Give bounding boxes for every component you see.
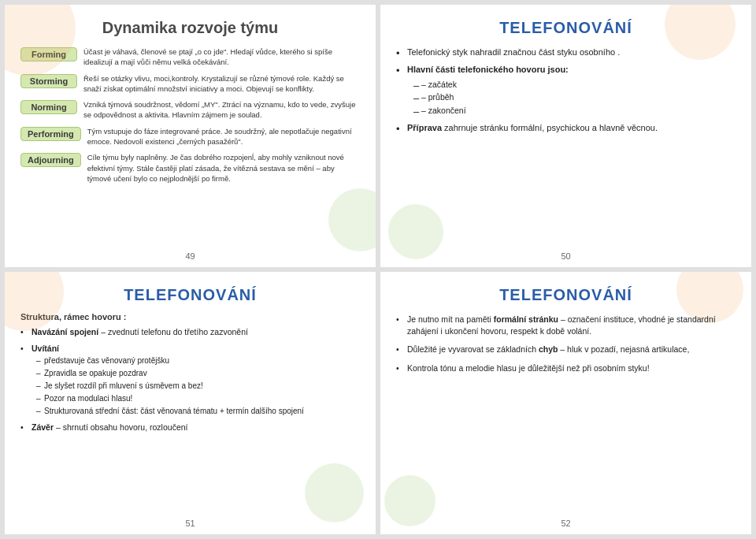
slide-2-sub-2: – průběh	[413, 91, 736, 103]
slide-2-bullet-3-bold: Příprava	[407, 123, 442, 132]
slide-3-bullet-3: Závěr – shrnutí obsahu hovoru, rozloučen…	[20, 422, 360, 433]
s3-sub-4: Pozor na modulaci hlasu!	[36, 393, 360, 404]
stage-forming: Forming Účast je váhavá, členové se ptaj…	[20, 46, 360, 68]
s4-formal: formální stránku	[494, 314, 558, 324]
stage-performing-label: Performing	[20, 127, 81, 141]
slide-2-title: TELEFONOVÁNÍ	[396, 19, 736, 37]
slide-4-bullet-2: Důležité je vyvarovat se základních chyb…	[396, 344, 736, 355]
s3-uvitani-bold: Uvítání	[32, 344, 59, 353]
page-number-49: 49	[185, 251, 195, 261]
slide-4-bullet-1: Je nutno mít na paměti formální stránku …	[396, 314, 736, 337]
s3-sub-1: představuje čas věnovaný protějšku	[36, 355, 360, 366]
s3-navazani-bold: Navázání spojení	[32, 327, 98, 336]
slide-3-bullets: Navázání spojení – zvednutí telefonu do …	[20, 326, 360, 433]
stage-performing: Performing Tým vstupuje do fáze integrov…	[20, 126, 360, 147]
stage-adjourning-label: Adjourning	[20, 153, 81, 167]
stage-norming-label: Norming	[20, 100, 77, 114]
page-number-52: 52	[561, 519, 570, 528]
stage-forming-text: Účast je váhavá, členové se ptají „o co …	[83, 46, 360, 68]
stage-adjourning: Adjourning Cíle týmu byly naplněny. Je č…	[20, 152, 360, 184]
stage-forming-label: Forming	[20, 47, 77, 61]
slide-3-bullet-1: Navázání spojení – zvednutí telefonu do …	[20, 326, 360, 338]
s3-zaver-text: – shrnutí obsahu hovoru, rozloučení	[56, 422, 188, 432]
stage-norming-text: Vzniká týmová soudržnost, vědomí „MY". Z…	[83, 99, 360, 121]
stage-performing-text: Tým vstupuje do fáze integrované práce. …	[87, 126, 360, 147]
slide-4-bullets: Je nutno mít na paměti formální stránku …	[396, 314, 736, 374]
slide-2-sub-list: – začátek – průběh – zakončení	[407, 79, 736, 117]
slide-4-title: TELEFONOVÁNÍ	[396, 286, 736, 304]
page-number-50: 50	[561, 251, 570, 261]
s3-sub-2: Zpravidla se opakuje pozdrav	[36, 368, 360, 379]
s3-sub-5: Strukturovaná střední část: část věnovan…	[36, 406, 360, 417]
slide-2-bullet-2: Hlavní části telefonického hovoru jsou: …	[396, 64, 736, 116]
slide-3-struktura: Struktura, rámec hovoru :	[20, 312, 360, 322]
stage-norming: Norming Vzniká týmová soudržnost, vědomí…	[20, 99, 360, 121]
slide-2-sub-3: – zakončení	[413, 105, 736, 117]
slide-1-title: Dynamika rozvoje týmu	[20, 19, 360, 37]
slide-3: TELEFONOVÁNÍ Struktura, rámec hovoru : N…	[5, 272, 376, 534]
slide-4-bullet-3: Kontrola tónu a melodie hlasu je důležit…	[396, 362, 736, 374]
s3-zaver-bold: Závěr	[32, 422, 54, 432]
stage-storming-label: Storming	[20, 74, 77, 88]
slide-3-title: TELEFONOVÁNÍ	[20, 286, 360, 304]
slide-2-bullets: Telefonický styk nahradil značnou část s…	[396, 46, 736, 134]
slide-2-bullet-3-text: zahrnuje stránku formální, psychickou a …	[444, 123, 658, 132]
stage-adjourning-text: Cíle týmu byly naplněny. Je čas dobrého …	[87, 152, 360, 184]
slide-2-bullet-1: Telefonický styk nahradil značnou část s…	[396, 46, 736, 58]
s3-uvitani-sub: představuje čas věnovaný protějšku Zprav…	[32, 355, 360, 417]
s4-chyb: chyb	[539, 344, 558, 354]
stage-storming-text: Řeší se otázky vlivu, moci,kontroly. Kry…	[83, 73, 360, 95]
slide-2-bullet-1-text: Telefonický styk nahradil značnou část s…	[407, 47, 620, 57]
slide-4: TELEFONOVÁNÍ Je nutno mít na paměti form…	[380, 272, 751, 534]
slide-2-sub-1: – začátek	[413, 79, 736, 91]
slide-2: TELEFONOVÁNÍ Telefonický styk nahradil z…	[380, 5, 751, 267]
slide-3-bullet-2: Uvítání představuje čas věnovaný protějš…	[20, 343, 360, 418]
s3-navazani-text: – zvednutí telefonu do třetího zazvonění	[101, 327, 248, 336]
slide-2-bullet-2-text: Hlavní části telefonického hovoru jsou:	[407, 65, 569, 74]
s3-sub-3: Je slyšet rozdíl při mluvení s úsměvem a…	[36, 381, 360, 392]
slide-2-bullet-3: Příprava zahrnuje stránku formální, psyc…	[396, 122, 736, 134]
page-number-51: 51	[185, 519, 195, 528]
slide-1: Dynamika rozvoje týmu Forming Účast je v…	[5, 5, 376, 267]
stage-storming: Storming Řeší se otázky vlivu, moci,kont…	[20, 73, 360, 95]
